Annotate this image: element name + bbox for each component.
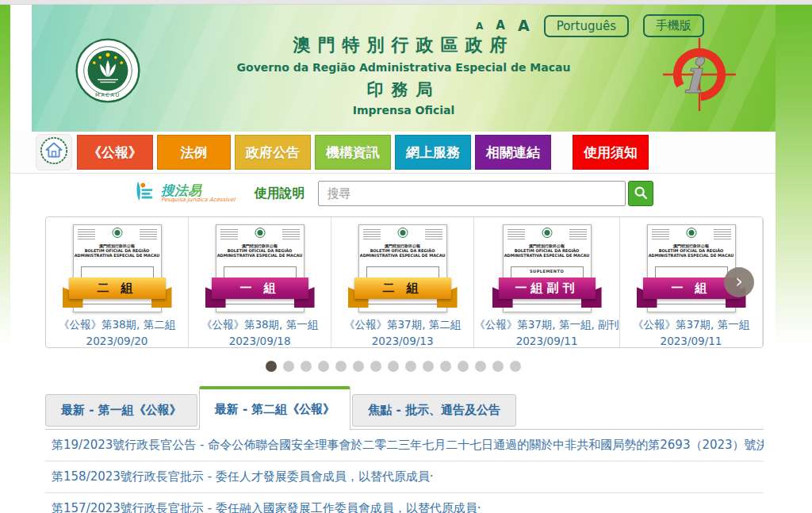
legal-search-logo[interactable]: 搜法易 Pesquisa Jurídica Acessível xyxy=(135,180,235,207)
gazette-carousel-item[interactable]: 澳門特別行政區公報 BOLETIM OFICIAL DA REGIÃO ADMI… xyxy=(331,217,474,347)
gazette-item-date: 2023/09/11 xyxy=(661,335,722,347)
main-navigation: 《公報》 法例 政府公告 機構資訊 網上服務 相關連結 使用須知 xyxy=(10,132,776,174)
nav-menu-item[interactable]: 政府公告 xyxy=(235,135,311,170)
gazette-carousel-item[interactable]: 澳門特別行政區公報 BOLETIM OFICIAL DA REGIÃO ADMI… xyxy=(474,217,620,347)
carousel-page-dot[interactable] xyxy=(510,361,521,372)
cover-corner-text-left xyxy=(220,229,238,239)
header-banner: A A A Português 手機版 xyxy=(32,5,776,132)
cover-seal-icon xyxy=(397,228,408,238)
font-size-large-button[interactable]: A xyxy=(518,18,530,33)
cover-corner-text-right xyxy=(714,229,731,239)
cover-corner-text-right xyxy=(569,229,587,239)
carousel-page-dot[interactable] xyxy=(335,361,347,372)
gazette-item-date: 2023/09/18 xyxy=(229,335,291,347)
search-input[interactable] xyxy=(318,181,626,206)
mobile-version-button[interactable]: 手機版 xyxy=(643,14,704,37)
gazette-item-date: 2023/09/13 xyxy=(372,335,434,347)
announcement-link[interactable]: 第19/2023號行政長官公告 - 命令公佈聯合國安全理事會於二零二三年七月二十… xyxy=(45,430,764,461)
cover-corner-text-left xyxy=(508,229,525,239)
cover-seal-icon xyxy=(112,228,122,238)
cover-title: 澳門特別行政區公報 BOLETIM OFICIAL DA REGIÃO ADMI… xyxy=(648,243,735,258)
nav-menu-item[interactable]: 使用須知 xyxy=(573,135,649,170)
cover-seal-icon xyxy=(542,228,552,238)
announcement-link[interactable]: 第158/2023號行政長官批示 - 委任人才發展委員會成員，以替代原成員· xyxy=(45,461,764,493)
nav-menu-item[interactable]: 機構資訊 xyxy=(315,135,391,170)
carousel-page-dot[interactable] xyxy=(388,361,399,372)
usage-instructions-link[interactable]: 使用說明 xyxy=(254,186,304,202)
gazette-cover-thumbnail: 澳門特別行政區公報 BOLETIM OFICIAL DA REGIÃO ADMI… xyxy=(73,224,162,312)
search-button[interactable] xyxy=(628,181,653,206)
cover-corner-text-right xyxy=(425,229,442,239)
carousel-page-dot[interactable] xyxy=(405,361,416,372)
carousel-page-dot[interactable] xyxy=(301,361,312,372)
carousel-page-dot[interactable] xyxy=(423,361,434,372)
ribbon-label: 二 組 xyxy=(69,278,166,299)
language-portuguese-button[interactable]: Português xyxy=(544,15,629,37)
ribbon-label: 一組副刊 xyxy=(499,278,596,299)
gazette-carousel-item[interactable]: 澳門特別行政區公報 BOLETIM OFICIAL DA REGIÃO ADMI… xyxy=(189,217,331,347)
imprensa-oficial-logo-icon: i xyxy=(661,36,737,113)
carousel-page-dot[interactable] xyxy=(475,361,486,372)
cover-corner-text-right xyxy=(140,229,157,239)
cover-seal-icon xyxy=(255,228,265,238)
legal-search-logo-subtitle: Pesquisa Jurídica Acessível xyxy=(161,197,235,203)
ribbon-label: 一 組 xyxy=(212,278,308,299)
search-icon xyxy=(633,185,649,203)
gazette-ribbon: 二 組 xyxy=(349,274,457,303)
gazette-item-link[interactable]: 《公報》第38期, 第二組 xyxy=(59,318,175,332)
gazette-item-link[interactable]: 《公報》第38期, 第一組 xyxy=(201,318,318,332)
announcement-link[interactable]: 第157/2023號行政長官批示 - 委任融入國家發展工作委員會成員，以替代原成… xyxy=(45,493,764,513)
gazette-cover-thumbnail: 澳門特別行政區公報 BOLETIM OFICIAL DA REGIÃO ADMI… xyxy=(647,224,736,312)
legal-search-logo-title: 搜法易 xyxy=(161,184,235,197)
chevron-right-icon: › xyxy=(735,272,743,291)
carousel-next-button[interactable]: › xyxy=(724,267,754,297)
gazette-carousel-item[interactable]: 澳門特別行政區公報 BOLETIM OFICIAL DA REGIÃO ADMI… xyxy=(46,217,189,347)
carousel-page-dot[interactable] xyxy=(458,361,469,372)
gazette-item-link[interactable]: 《公報》第37期, 第一組, 副刊 xyxy=(474,318,619,332)
gazette-cover-thumbnail: 澳門特別行政區公報 BOLETIM OFICIAL DA REGIÃO ADMI… xyxy=(503,224,592,312)
gazette-item-link[interactable]: 《公報》第37期, 第一組 xyxy=(633,318,749,332)
carousel-page-dot[interactable] xyxy=(266,361,277,372)
header-controls: A A A Português 手機版 xyxy=(476,14,704,37)
carousel-page-dot[interactable] xyxy=(370,361,381,372)
nav-menu-item[interactable]: 網上服務 xyxy=(395,135,471,170)
ribbon-label: 二 組 xyxy=(354,278,451,299)
cover-corner-text-right xyxy=(282,229,300,239)
news-tabs: 最新 - 第一組《公報》 最新 - 第二組《公報》 焦點 - 批示、通告及公告 xyxy=(45,385,776,429)
announcement-list: 第19/2023號行政長官公告 - 命令公佈聯合國安全理事會於二零二三年七月二十… xyxy=(45,429,764,513)
carousel-page-dot[interactable] xyxy=(283,361,294,372)
cover-title: 澳門特別行政區公報 BOLETIM OFICIAL DA REGIÃO ADMI… xyxy=(74,243,161,258)
home-button[interactable] xyxy=(36,134,72,170)
carousel-pagination xyxy=(10,361,776,372)
gazette-item-date: 2023/09/11 xyxy=(516,335,578,347)
carousel-page-dot[interactable] xyxy=(353,361,364,372)
gazette-item-link[interactable]: 《公報》第37期, 第二組 xyxy=(344,318,461,332)
cover-corner-text-left xyxy=(363,229,381,239)
cover-seal-icon xyxy=(686,228,696,238)
news-tab[interactable]: 最新 - 第二組《公報》 xyxy=(199,386,351,430)
legal-search-logo-icon xyxy=(135,180,157,207)
home-icon xyxy=(39,136,69,169)
cover-title: 澳門特別行政區公報 BOLETIM OFICIAL DA REGIÃO ADMI… xyxy=(216,243,304,258)
nav-menu-item[interactable]: 相關連結 xyxy=(475,135,551,170)
carousel-page-dot[interactable] xyxy=(440,361,451,372)
gazette-ribbon: 一組副刊 xyxy=(493,274,601,303)
cover-corner-text-left xyxy=(652,229,669,239)
carousel-page-dot[interactable] xyxy=(492,361,504,372)
nav-menu-item[interactable]: 《公報》 xyxy=(77,135,153,170)
cover-title: 澳門特別行政區公報 BOLETIM OFICIAL DA REGIÃO ADMI… xyxy=(504,243,591,258)
carousel-page-dot[interactable] xyxy=(318,361,329,372)
gazette-item-date: 2023/09/20 xyxy=(86,335,148,347)
font-size-small-button[interactable]: A xyxy=(476,21,483,31)
cover-title: 澳門特別行政區公報 BOLETIM OFICIAL DA REGIÃO ADMI… xyxy=(359,243,446,258)
news-tab[interactable]: 最新 - 第一組《公報》 xyxy=(45,394,197,427)
news-tab[interactable]: 焦點 - 批示、通告及公告 xyxy=(352,394,516,427)
page-container: A A A Português 手機版 xyxy=(10,5,776,513)
search-bar: 搜法易 Pesquisa Jurídica Acessível 使用說明 xyxy=(10,174,776,213)
nav-menu-item[interactable]: 法例 xyxy=(157,135,231,170)
gazette-carousel: 澳門特別行政區公報 BOLETIM OFICIAL DA REGIÃO ADMI… xyxy=(45,216,764,348)
gazette-cover-thumbnail: 澳門特別行政區公報 BOLETIM OFICIAL DA REGIÃO ADMI… xyxy=(358,224,447,312)
cover-corner-text-left xyxy=(78,229,95,239)
gazette-ribbon: 二 組 xyxy=(63,274,171,303)
font-size-medium-button[interactable]: A xyxy=(496,20,505,32)
